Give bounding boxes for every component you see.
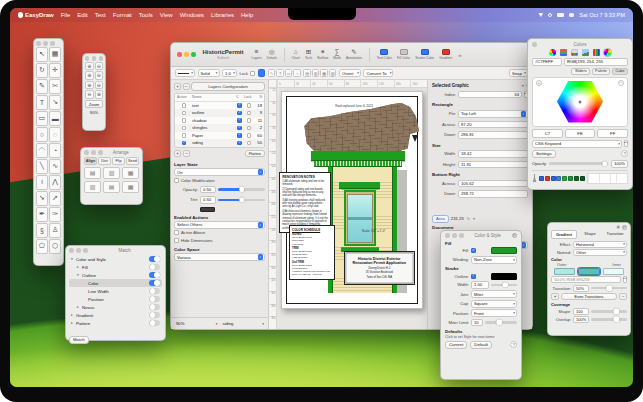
arrange-tab[interactable]: Send bbox=[126, 157, 139, 165]
colors-titlebar[interactable]: Colors bbox=[532, 41, 628, 48]
help-button[interactable]: ? bbox=[510, 341, 517, 348]
tool-button[interactable]: ↖ bbox=[36, 47, 48, 62]
br-down-field[interactable]: 298.72 bbox=[458, 190, 528, 198]
layer-lock-checkbox[interactable] bbox=[247, 103, 252, 108]
stroke-weight-dropdown[interactable]: 1.0 bbox=[222, 69, 237, 77]
layer-lock-checkbox[interactable] bbox=[247, 141, 252, 146]
eyedropper-icon[interactable] bbox=[532, 174, 537, 182]
color-wheel-icon[interactable] bbox=[549, 49, 556, 56]
toolbar-color-button[interactable]: Fill Color bbox=[397, 49, 410, 60]
color-swatch[interactable] bbox=[545, 176, 550, 181]
gradient-swatch[interactable] bbox=[578, 268, 599, 275]
collapse-icon[interactable]: ▾ bbox=[522, 83, 524, 88]
cap-dropdown[interactable]: Square bbox=[471, 300, 517, 308]
zoom-level-dropdown[interactable]: 90% bbox=[174, 320, 219, 328]
wifi-icon[interactable] bbox=[538, 13, 543, 17]
tool-button[interactable]: ◠ bbox=[36, 143, 48, 158]
color-view-button[interactable]: Palette bbox=[592, 68, 611, 75]
flatten-button[interactable]: Flatten bbox=[245, 150, 265, 157]
gradient-tab[interactable]: Shape bbox=[578, 230, 602, 239]
color-swatch[interactable] bbox=[562, 176, 567, 181]
arrange-tab[interactable]: Flip bbox=[112, 157, 125, 165]
shape-slider[interactable] bbox=[591, 310, 627, 313]
match-toggle[interactable] bbox=[149, 288, 160, 295]
convert-to-dropdown[interactable]: Convert To bbox=[363, 69, 393, 77]
tool-button[interactable]: ⬡ bbox=[49, 239, 61, 254]
tool-button[interactable]: ✎ bbox=[36, 79, 48, 94]
tint-color-swatch[interactable] bbox=[200, 207, 215, 213]
layer-active-checkbox[interactable] bbox=[182, 133, 187, 138]
toolbar-button[interactable]: ⌂ Chart bbox=[292, 49, 300, 60]
fill-color-well[interactable] bbox=[491, 247, 517, 254]
layer-row[interactable]: Paper 60 bbox=[175, 132, 264, 140]
style-mini-button[interactable]: ▭ bbox=[285, 69, 293, 77]
layer-lock-checkbox[interactable] bbox=[247, 133, 252, 138]
layer-lock-checkbox[interactable] bbox=[247, 111, 252, 116]
layers-config-title[interactable]: Layers Configuration bbox=[191, 82, 265, 91]
swatch-grid[interactable] bbox=[587, 173, 628, 184]
match-toggle[interactable] bbox=[149, 256, 160, 263]
layer-color-checkbox[interactable] bbox=[237, 141, 242, 146]
stroke-color-well[interactable] bbox=[491, 273, 517, 280]
match-toggle[interactable] bbox=[149, 304, 160, 311]
search-icon[interactable] bbox=[548, 13, 552, 17]
style-mini-button[interactable]: ○ bbox=[293, 69, 301, 77]
match-button[interactable]: Match bbox=[69, 336, 89, 344]
opacity-slider[interactable] bbox=[218, 188, 265, 191]
miter-limit-slider[interactable] bbox=[485, 321, 517, 324]
pin-icon[interactable]: P bbox=[512, 233, 517, 238]
toolbar-button[interactable]: ∑ Math bbox=[333, 49, 341, 60]
rgb-field[interactable]: RGB(199, 254, 255 bbox=[564, 58, 628, 66]
arrange-button[interactable]: ▦ bbox=[122, 181, 139, 193]
color-cursor[interactable] bbox=[579, 100, 582, 103]
align-button[interactable]: ▥ bbox=[312, 69, 320, 77]
tools-palette-titlebar[interactable] bbox=[36, 41, 61, 46]
hex-component-field[interactable]: FE bbox=[565, 129, 596, 138]
tool-button[interactable]: ⬠ bbox=[36, 239, 48, 254]
match-row[interactable]: Color bbox=[69, 279, 162, 287]
layer-color-checkbox[interactable] bbox=[237, 133, 242, 138]
window-controls[interactable] bbox=[177, 52, 196, 57]
remove-layer-button[interactable]: – bbox=[183, 83, 190, 90]
menu-item[interactable]: Help bbox=[241, 12, 253, 18]
window-hood[interactable] bbox=[339, 182, 380, 189]
tool-button[interactable]: ➚ bbox=[49, 191, 61, 206]
layer-row[interactable]: shadow 11 bbox=[175, 117, 264, 125]
tool-button[interactable]: ╲ bbox=[36, 159, 48, 174]
tint-field[interactable]: 0.50 bbox=[200, 196, 216, 204]
fill-checkbox[interactable] bbox=[471, 248, 476, 253]
match-row[interactable]: ▸ Nexus bbox=[69, 303, 162, 311]
color-cube-icon[interactable] bbox=[604, 49, 611, 56]
down-field[interactable]: 286.81 bbox=[458, 131, 528, 139]
match-toggle[interactable] bbox=[149, 280, 160, 287]
opacity-value[interactable]: 100% bbox=[611, 160, 628, 168]
tool-button[interactable]: T bbox=[36, 95, 48, 110]
layer-color-checkbox[interactable] bbox=[237, 118, 242, 123]
battery-icon[interactable] bbox=[557, 13, 564, 17]
align-button[interactable]: ▧ bbox=[329, 69, 337, 77]
align-button[interactable]: ▦ bbox=[320, 69, 328, 77]
outline-checkbox[interactable] bbox=[471, 274, 476, 279]
color-schedule-box[interactable]: COLOR SCHEDULE SIDING Color Bright Paint… bbox=[289, 225, 335, 280]
active-layer-dropdown[interactable]: siding bbox=[221, 320, 266, 328]
overlap-slider[interactable] bbox=[591, 318, 627, 321]
shape-field[interactable]: 100 bbox=[573, 308, 589, 315]
drawing-page[interactable]: Roof replaced June 6, 2021 RENOVATION NO… bbox=[281, 91, 423, 309]
match-toggle[interactable] bbox=[149, 264, 160, 271]
match-toggle[interactable] bbox=[149, 296, 160, 303]
tint-slider[interactable] bbox=[218, 199, 265, 202]
index-field[interactable]: 34 bbox=[458, 91, 522, 99]
color-sliders-icon[interactable] bbox=[560, 49, 567, 56]
tool-button[interactable]: ✂ bbox=[49, 79, 61, 94]
renovation-notes-box[interactable]: RENOVATION NOTES 1) All aluminum siding … bbox=[279, 172, 331, 233]
lock-checkbox[interactable] bbox=[250, 71, 255, 76]
toolbar-button[interactable]: ≡ Layers bbox=[252, 49, 262, 60]
tool-button[interactable]: ⋀ bbox=[49, 175, 61, 190]
overlap-field[interactable]: 100% bbox=[573, 316, 589, 323]
layer-plus-button[interactable]: + bbox=[174, 150, 181, 157]
gradient-tab[interactable]: Gradient bbox=[551, 230, 577, 239]
css-keyword-dropdown[interactable]: CSS Keyword bbox=[532, 140, 622, 148]
active-color-well[interactable] bbox=[258, 69, 266, 77]
arrange-titlebar[interactable]: Arrange bbox=[84, 150, 139, 155]
stroke-width-field[interactable]: 1.00 bbox=[471, 281, 489, 289]
